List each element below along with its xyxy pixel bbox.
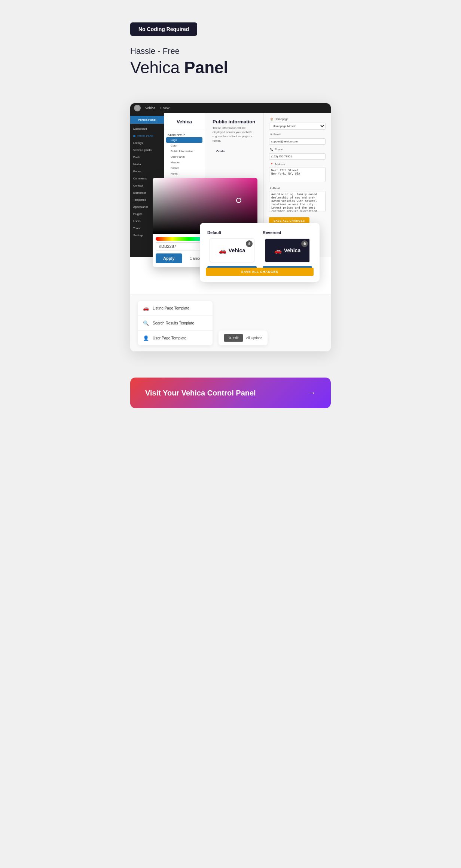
sidebar-item-vehica-panel[interactable]: Vehica Panel xyxy=(130,132,164,139)
user-template-icon: 👤 xyxy=(143,335,149,341)
about-input[interactable]: Award winning, family owned dealership o… xyxy=(269,191,326,212)
default-logo-preview: 🗑 🚗 Vehica xyxy=(210,238,254,262)
phone-label: Phone xyxy=(269,148,326,151)
sidebar-item-posts[interactable]: Posts xyxy=(130,154,164,161)
sidebar-item-label: Vehica Updater xyxy=(133,148,152,152)
title-bold: Panel xyxy=(184,58,228,77)
main-title: Vehica Panel xyxy=(130,58,331,77)
sidebar-item-label: Settings xyxy=(133,234,143,237)
sidebar-item-dashboard[interactable]: Dashboard xyxy=(130,125,164,132)
top-section: No Coding Required Hassle - Free Vehica … xyxy=(115,0,346,103)
reversed-logo-preview: 🗑 🚗 Vehica xyxy=(265,238,310,262)
sidebar-item-label: Dashboard xyxy=(133,127,147,130)
logo-image: 🚗 Vehica xyxy=(219,247,245,254)
color-picker-dot[interactable] xyxy=(236,198,241,203)
homepage-label: Homepage xyxy=(269,117,326,121)
save-all-logo-button[interactable]: SAVE ALL CHANGES xyxy=(206,268,314,276)
car-template-icon: 🚗 xyxy=(143,305,149,311)
address-input[interactable]: West 12th Street New York, NY, USA xyxy=(269,167,326,182)
template-list: 🚗 Listing Page Template 🔍 Search Results… xyxy=(138,301,213,345)
sidebar-item-label: Elementor xyxy=(133,191,146,194)
phone-input[interactable] xyxy=(269,153,326,160)
sidebar-item-label: Media xyxy=(133,163,141,166)
sidebar-item-label: Pages xyxy=(133,170,141,173)
wp-bar-site: Vehica xyxy=(145,106,155,110)
all-options-button[interactable]: All Options xyxy=(246,336,263,340)
sidebar-item-label: Plugins xyxy=(133,212,143,216)
sidebar-item-listings[interactable]: Listings xyxy=(130,139,164,147)
wp-bar-new: + New xyxy=(160,106,170,110)
sidebar-item-media[interactable]: Media xyxy=(130,161,164,168)
template-user-page[interactable]: 👤 User Page Template xyxy=(138,331,213,345)
sidebar-item-label: Contact xyxy=(133,184,143,187)
sub-menu-user-panel[interactable]: User Panel xyxy=(164,154,205,160)
panel-screenshot: W Vehica + New Vehica Panel Dashboard Ve… xyxy=(130,103,331,351)
apply-button[interactable]: Apply xyxy=(156,253,182,263)
cta-button[interactable]: Visit Your Vehica Control Panel → xyxy=(130,378,331,408)
logo-section: Default 🗑 🚗 Vehica + ADD NEW LOGO Revers… xyxy=(200,223,320,282)
sidebar-item-label: Vehica Panel xyxy=(137,134,153,138)
reversed-brand-name: Vehica xyxy=(284,247,300,253)
sidebar-item-label: Comments xyxy=(133,177,147,180)
listing-page-label: Listing Page Template xyxy=(153,306,189,310)
default-label: Default xyxy=(207,230,221,235)
sub-section-label: Basic Setup xyxy=(164,132,205,137)
sidebar-logo-text: Vehica Panel xyxy=(133,118,161,121)
template-edit-box: ⚙ Edit All Options xyxy=(219,330,268,345)
email-input[interactable] xyxy=(269,138,326,145)
search-results-label: Search Results Template xyxy=(153,321,194,325)
sub-menu-fonts[interactable]: Fonts xyxy=(164,171,205,176)
sidebar-item-label: Tools xyxy=(133,227,140,230)
active-dot xyxy=(133,135,135,137)
title-light: Vehica xyxy=(130,58,184,77)
sidebar-item-pages[interactable]: Pages xyxy=(130,168,164,175)
address-label: Address xyxy=(269,163,326,166)
costs-label: Costs xyxy=(213,148,256,154)
sub-panel-title: Vehica xyxy=(164,116,205,129)
sub-menu-logo[interactable]: Logo xyxy=(166,137,202,143)
sidebar-logo: Vehica Panel xyxy=(130,116,164,124)
user-page-label: User Page Template xyxy=(153,336,186,340)
content-title: Public information xyxy=(213,119,256,124)
sub-menu-footer[interactable]: Footer xyxy=(164,165,205,171)
wp-admin-bar: W Vehica + New xyxy=(130,103,331,113)
cta-arrow-icon: → xyxy=(308,388,316,398)
sidebar-item-label: Users xyxy=(133,219,141,223)
reversed-logo-image: 🚗 Vehica xyxy=(274,247,300,254)
sidebar-item-label: Posts xyxy=(133,156,140,159)
car-icon: 🚗 xyxy=(219,247,226,254)
template-search-results[interactable]: 🔍 Search Results Template xyxy=(138,316,213,331)
about-label: About xyxy=(269,187,326,190)
delete-reversed-logo-icon[interactable]: 🗑 xyxy=(301,240,308,247)
svg-text:W: W xyxy=(137,107,139,109)
sidebar-item-label: Appearance xyxy=(133,205,148,209)
homepage-select[interactable]: Homepage Mosaic xyxy=(269,123,326,130)
brand-name: Vehica xyxy=(229,247,245,253)
template-listing-page[interactable]: 🚗 Listing Page Template xyxy=(138,301,213,316)
bottom-section: Visit Your Vehica Control Panel → xyxy=(115,366,346,423)
reversed-label: Reversed xyxy=(263,230,281,235)
cta-label: Visit Your Vehica Control Panel xyxy=(145,389,256,397)
search-template-icon: 🔍 xyxy=(143,320,149,326)
delete-logo-icon[interactable]: 🗑 xyxy=(246,240,253,247)
gear-icon: ⚙ xyxy=(228,336,231,340)
car-icon-reversed: 🚗 xyxy=(274,247,282,254)
sub-menu-color[interactable]: Color xyxy=(164,143,205,148)
badge: No Coding Required xyxy=(130,22,197,36)
sidebar-item-label: Templates xyxy=(133,198,146,201)
panel-outer: W Vehica + New Vehica Panel Dashboard Ve… xyxy=(115,103,346,366)
edit-button[interactable]: ⚙ Edit xyxy=(224,334,243,342)
subtitle: Hassle - Free xyxy=(130,46,331,56)
sub-menu-public-info[interactable]: Public Information xyxy=(164,148,205,154)
sidebar-item-label: Listings xyxy=(133,141,143,145)
sub-menu-header[interactable]: Header xyxy=(164,160,205,165)
sidebar-item-vehica-updater[interactable]: Vehica Updater xyxy=(130,147,164,154)
template-area: 🚗 Listing Page Template 🔍 Search Results… xyxy=(130,295,331,351)
wp-logo-icon: W xyxy=(134,105,141,111)
content-description: These information will be displayed acro… xyxy=(213,126,256,143)
email-label: Email xyxy=(269,133,326,136)
